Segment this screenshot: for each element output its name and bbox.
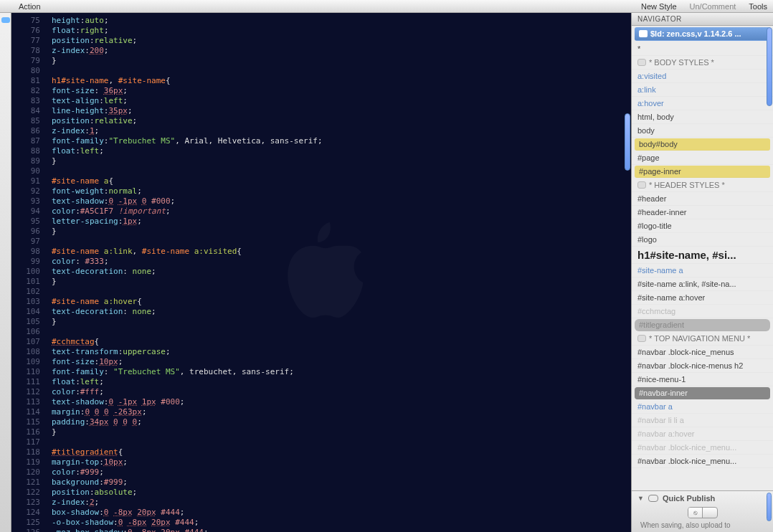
navigator-item[interactable]: #navbar a — [632, 400, 773, 414]
navigator-item[interactable]: a:hover — [632, 97, 773, 110]
navigator-list[interactable]: $Id: zen.css,v 1.14.2.6 ...** BODY STYLE… — [632, 26, 773, 490]
comment-bubble-icon — [639, 30, 648, 37]
disclosure-triangle-icon[interactable]: ▼ — [637, 495, 644, 502]
toggle-on[interactable]: ⎋ — [688, 508, 703, 518]
navigator-item[interactable]: #navbar li li a — [632, 414, 773, 427]
navigator-item[interactable]: #page-inner — [635, 166, 770, 178]
navigator-item[interactable]: #navbar a:hover — [632, 427, 773, 441]
navigator-header: NAVIGATOR — [632, 13, 773, 26]
navigator-item[interactable]: #page — [632, 151, 773, 165]
code-editor[interactable]: 7576777879808182838485868788899091929394… — [11, 13, 631, 532]
comment-bubble-icon — [637, 181, 646, 189]
navigator-item[interactable]: #site-name a:link, #site-na... — [632, 277, 773, 291]
un-comment-button[interactable]: Un/Comment — [690, 2, 736, 11]
navigator-item[interactable]: #titlegradient — [635, 319, 770, 331]
navigator-item[interactable]: #site-name a:hover — [632, 291, 773, 305]
publish-toggle[interactable]: ⎋ — [637, 507, 767, 518]
navigator-item[interactable]: #navbar .block-nice_menu... — [632, 441, 773, 455]
toggle-off[interactable] — [703, 508, 717, 518]
cloud-upload-icon — [648, 495, 658, 502]
new-style-button[interactable]: New Style — [641, 2, 677, 11]
tools-menu[interactable]: Tools — [749, 2, 767, 11]
publish-scrollbar[interactable] — [767, 493, 772, 521]
navigator-item[interactable]: * TOP NAVIGATION MENU * — [632, 332, 773, 346]
navigator-item[interactable]: * — [632, 42, 773, 56]
editor-scrollbar[interactable] — [625, 113, 630, 171]
navigator-item[interactable]: #logo — [632, 233, 773, 247]
comment-bubble-icon — [637, 335, 646, 342]
navigator-item[interactable]: * BODY STYLES * — [632, 56, 773, 70]
quick-publish-title: Quick Publish — [663, 494, 715, 503]
navigator-item[interactable]: #navbar .block-nice_menus — [632, 346, 773, 359]
navigator-item[interactable]: a:link — [632, 83, 773, 97]
navigator-item[interactable]: #site-name a — [632, 264, 773, 277]
navigator-item[interactable]: body#body — [635, 138, 770, 151]
navigator-item[interactable]: #navbar .block-nice_menu... — [632, 455, 773, 468]
navigator-item[interactable]: #navbar-inner — [635, 387, 770, 399]
navigator-item[interactable]: #header — [632, 192, 773, 206]
navigator-scrollbar[interactable] — [767, 27, 772, 106]
navigator-item[interactable]: h1#site-name, #si... — [632, 247, 773, 264]
publish-hint-text: When saving, also upload to — [637, 521, 767, 529]
action-menu[interactable]: Action — [19, 2, 41, 11]
code-content[interactable]: height:auto;float:right;position:relativ… — [46, 13, 631, 532]
navigator-item[interactable]: #cchmctag — [632, 305, 773, 318]
top-toolbar: Action New Style Un/Comment Tools — [0, 0, 773, 13]
cloud-icon[interactable] — [1, 17, 10, 23]
left-tabstrip — [0, 13, 11, 532]
quick-publish-panel: ▼ Quick Publish ⎋ When saving, also uplo… — [632, 490, 773, 532]
navigator-sidebar: NAVIGATOR $Id: zen.css,v 1.14.2.6 ...** … — [631, 13, 773, 532]
navigator-item[interactable]: html, body — [632, 110, 773, 124]
navigator-item[interactable]: a:visited — [632, 70, 773, 83]
comment-bubble-icon — [637, 59, 646, 66]
navigator-item[interactable]: #logo-title — [632, 219, 773, 233]
navigator-item[interactable]: body — [632, 124, 773, 138]
navigator-item[interactable]: #nice-menu-1 — [632, 373, 773, 386]
navigator-file-row[interactable]: $Id: zen.css,v 1.14.2.6 ... — [635, 27, 770, 41]
navigator-item[interactable]: * HEADER STYLES * — [632, 179, 773, 192]
navigator-item[interactable]: #header-inner — [632, 206, 773, 219]
line-number-gutter: 7576777879808182838485868788899091929394… — [11, 13, 46, 532]
navigator-item[interactable]: #navbar .block-nice-menus h2 — [632, 359, 773, 373]
